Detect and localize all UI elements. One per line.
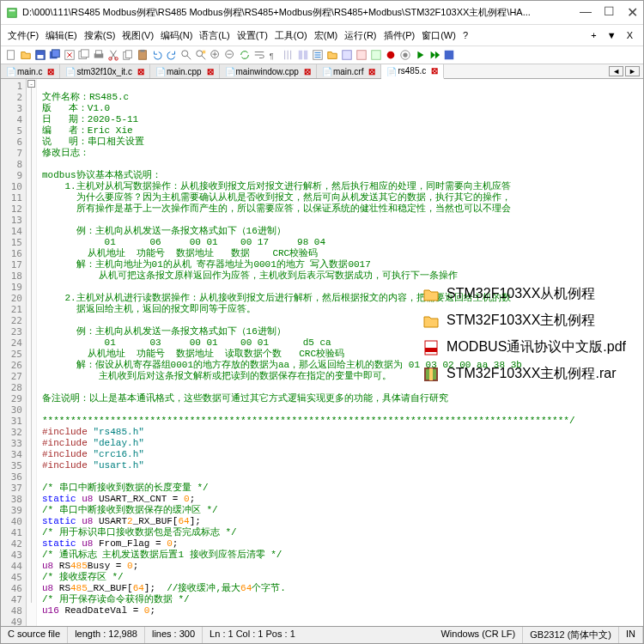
zoom-in-icon[interactable] xyxy=(209,48,222,62)
status-lines: lines : 300 xyxy=(145,627,203,643)
maximize-button[interactable]: ☐ xyxy=(604,4,615,21)
titlebar: D:\000\111\RS485 Modbus例程\RS485 Modbus例程… xyxy=(1,1,643,25)
close-all-icon[interactable] xyxy=(77,48,91,62)
tab-prev-button[interactable]: ◄ xyxy=(609,66,623,76)
play-icon[interactable] xyxy=(413,48,427,62)
cut-icon[interactable] xyxy=(106,48,120,62)
menu-view[interactable]: 视图(V) xyxy=(118,27,157,44)
tab-label: main.c xyxy=(17,67,42,76)
tab-main-crf[interactable]: 📄main.crf⊠ xyxy=(317,64,382,78)
menu-macro[interactable]: 宏(M) xyxy=(311,27,342,44)
zoom-out-icon[interactable] xyxy=(223,48,237,62)
tab-label: rs485.c xyxy=(398,66,426,76)
overlay-item[interactable]: STM32F103XX从机例程 xyxy=(422,285,626,303)
tab-mainwindow[interactable]: 📄mainwindow.cpp⊠ xyxy=(220,64,317,78)
menu-plugins[interactable]: 插件(P) xyxy=(380,27,419,44)
svg-rect-8 xyxy=(82,50,89,58)
menu-help[interactable]: ? xyxy=(459,28,471,42)
tab-label: main.cpp xyxy=(167,67,202,76)
menu-settings[interactable]: 设置(T) xyxy=(234,27,271,44)
menu-language[interactable]: 语言(L) xyxy=(196,27,233,44)
toolbar-plus-button[interactable]: + xyxy=(587,28,599,42)
status-filetype: C source file xyxy=(1,627,68,643)
close-button[interactable]: ✕ xyxy=(627,4,638,21)
editor: 1234567891011121314151617181920212223242… xyxy=(1,79,643,626)
svg-rect-28 xyxy=(372,51,381,60)
tab-rs485[interactable]: 📄rs485.c⊠ xyxy=(381,64,444,79)
indent-guide-icon[interactable] xyxy=(282,48,295,62)
status-encoding: GB2312 (简体中文) xyxy=(523,627,619,643)
svg-rect-3 xyxy=(38,55,44,58)
svg-rect-32 xyxy=(445,51,454,60)
pdf-icon xyxy=(422,339,440,356)
menu-tools[interactable]: 工具(O) xyxy=(271,27,311,44)
redo-icon[interactable] xyxy=(165,48,179,62)
tab-bar: 📄main.c⊠ 📄stm32f10x_it.c⊠ 📄main.cpp⊠ 📄ma… xyxy=(1,64,643,79)
minimize-button[interactable]: — xyxy=(580,4,592,21)
toolbar-dropdown-button[interactable]: ▼ xyxy=(604,28,620,42)
file-icon: 📄 xyxy=(155,67,164,76)
overlay-item[interactable]: MODBUS通讯协议中文版.pdf xyxy=(422,338,626,356)
function-list-icon[interactable] xyxy=(311,48,325,62)
play-multi-icon[interactable] xyxy=(428,48,441,62)
menu-window[interactable]: 窗口(W) xyxy=(418,27,459,44)
tab-stm32-it[interactable]: 📄stm32f10x_it.c⊠ xyxy=(60,64,149,78)
svg-rect-27 xyxy=(357,51,367,60)
close-file-icon[interactable] xyxy=(63,48,76,62)
svg-point-11 xyxy=(109,58,112,61)
sync-icon[interactable] xyxy=(238,48,252,62)
tab-close-icon[interactable]: ⊠ xyxy=(47,67,54,76)
svg-point-17 xyxy=(182,51,188,57)
app-window: D:\000\111\RS485 Modbus例程\RS485 Modbus例程… xyxy=(0,0,644,644)
toolbar: ¶ xyxy=(1,46,643,64)
line-gutter: 1234567891011121314151617181920212223242… xyxy=(1,79,27,626)
new-file-icon[interactable] xyxy=(4,48,18,62)
tab-close-icon[interactable]: ⊠ xyxy=(368,67,375,76)
toolbar-x-button[interactable]: X xyxy=(623,28,636,42)
save-icon[interactable] xyxy=(33,48,47,62)
status-eol: Windows (CR LF) xyxy=(434,627,523,643)
overlay-item[interactable]: STM32F103XX主机例程.rar xyxy=(422,365,626,383)
tab-main-c[interactable]: 📄main.c⊠ xyxy=(1,64,60,78)
tab-label: main.crf xyxy=(333,67,364,76)
tab-close-icon[interactable]: ⊠ xyxy=(304,67,311,76)
overlay-label: STM32F103XX主机例程 xyxy=(447,312,595,330)
menu-edit[interactable]: 编辑(E) xyxy=(42,27,81,44)
stop-record-icon[interactable] xyxy=(398,48,412,62)
save-macro-icon[interactable] xyxy=(442,48,456,62)
toggle-1-icon[interactable] xyxy=(340,48,354,62)
find-icon[interactable] xyxy=(179,48,193,62)
svg-rect-16 xyxy=(140,50,144,52)
hidden-chars-icon[interactable]: ¶ xyxy=(267,48,281,62)
status-length: length : 12,988 xyxy=(68,627,145,643)
replace-icon[interactable] xyxy=(194,48,208,62)
overlay-label: MODBUS通讯协议中文版.pdf xyxy=(447,338,626,356)
fold-toggle[interactable]: - xyxy=(27,80,35,88)
toggle-3-icon[interactable] xyxy=(369,48,383,62)
paste-icon[interactable] xyxy=(136,48,149,62)
tab-main-cpp[interactable]: 📄main.cpp⊠ xyxy=(150,64,220,78)
tab-next-button[interactable]: ► xyxy=(625,66,640,76)
menu-file[interactable]: 文件(F) xyxy=(4,27,42,44)
overlay-label: STM32F103XX主机例程.rar xyxy=(447,365,616,383)
overlay-item[interactable]: STM32F103XX主机例程 xyxy=(422,312,626,330)
toggle-2-icon[interactable] xyxy=(355,48,368,62)
tab-close-icon[interactable]: ⊠ xyxy=(431,66,438,76)
doc-map-icon[interactable] xyxy=(296,48,310,62)
undo-icon[interactable] xyxy=(150,48,164,62)
folder-view-icon[interactable] xyxy=(325,48,339,62)
save-all-icon[interactable] xyxy=(48,48,62,62)
svg-rect-26 xyxy=(343,51,352,60)
copy-icon[interactable] xyxy=(121,48,135,62)
wrap-icon[interactable] xyxy=(252,48,266,62)
tab-close-icon[interactable]: ⊠ xyxy=(207,67,214,76)
menu-run[interactable]: 运行(R) xyxy=(341,27,380,44)
menu-search[interactable]: 搜索(S) xyxy=(81,27,119,44)
record-icon[interactable] xyxy=(384,48,398,62)
open-file-icon[interactable] xyxy=(19,48,33,62)
svg-rect-19 xyxy=(203,51,206,54)
print-icon[interactable] xyxy=(92,48,106,62)
overlay-label: STM32F103XX从机例程 xyxy=(447,285,595,303)
menu-encoding[interactable]: 编码(N) xyxy=(157,27,196,44)
tab-close-icon[interactable]: ⊠ xyxy=(137,67,144,76)
